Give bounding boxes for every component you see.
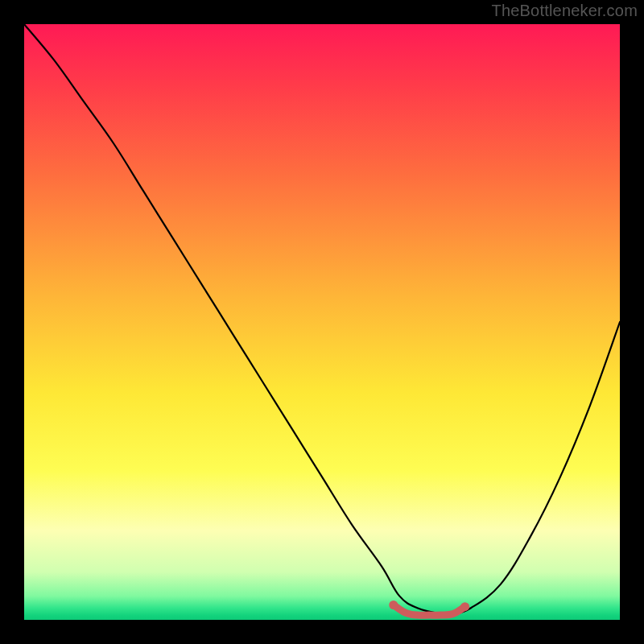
- chart-frame: TheBottleneker.com: [0, 0, 644, 644]
- chart-svg: [24, 24, 620, 620]
- watermark-text: TheBottleneker.com: [492, 2, 638, 20]
- optimal-marker: [394, 605, 465, 616]
- plot-area: [24, 24, 620, 620]
- optimal-marker-start: [389, 601, 398, 609]
- bottleneck-curve: [24, 24, 620, 615]
- optimal-marker-end: [460, 602, 469, 611]
